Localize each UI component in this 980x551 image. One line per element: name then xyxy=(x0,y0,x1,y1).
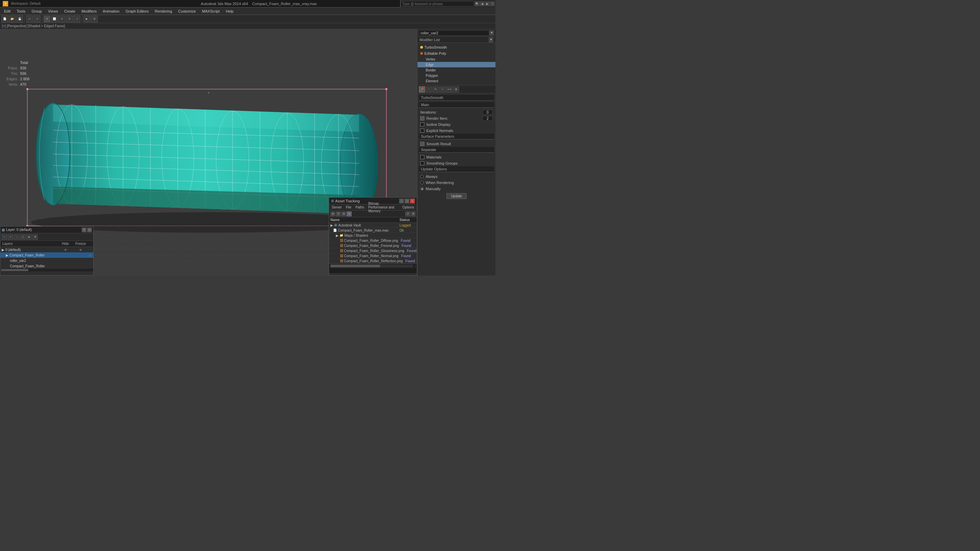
asset-row-maps[interactable]: ▶📁Maps / Shaders xyxy=(329,233,417,238)
ts-smooth-result-checkbox[interactable]: ✓ xyxy=(420,142,424,146)
mod-icon-grid[interactable]: ⊞ xyxy=(453,86,459,92)
modifier-editable-poly[interactable]: Editable Poly xyxy=(417,50,495,56)
asset-btn-5[interactable]: ↺ xyxy=(405,211,410,216)
toolbar-new[interactable]: 📄 xyxy=(2,16,8,22)
subobj-vertex[interactable]: Vertex xyxy=(417,56,495,62)
search-option-1[interactable]: ◀ xyxy=(480,2,485,6)
asset-menu-bitmap[interactable]: Bitmap Performance and Memory xyxy=(366,205,400,211)
layer-new-btn[interactable]: + xyxy=(2,234,7,240)
layer-row-compact-foam[interactable]: ▶Compact_Foam_Roller □ xyxy=(0,252,93,258)
toolbar-sep-3 xyxy=(82,16,82,22)
subobj-edge[interactable]: Edge xyxy=(417,62,495,67)
search-button[interactable]: 🔍 xyxy=(475,2,479,6)
layer-select-btn[interactable]: ◻ xyxy=(20,234,25,240)
toolbar-rotate[interactable]: ↻ xyxy=(66,16,73,22)
modifier-turbosmooth[interactable]: TurboSmooth xyxy=(417,44,495,50)
layer-scrollbar[interactable] xyxy=(0,269,93,272)
menu-create[interactable]: Create xyxy=(61,8,78,14)
ts-explicit-normals-checkbox[interactable] xyxy=(420,129,424,133)
subobj-polygon[interactable]: Polygon xyxy=(417,73,495,78)
menu-edit[interactable]: Edit xyxy=(2,8,13,14)
ts-manually-radio[interactable] xyxy=(420,187,424,191)
asset-btn-4[interactable]: ⊞ xyxy=(347,211,352,216)
asset-menu-file[interactable]: File xyxy=(344,205,353,211)
search-input[interactable] xyxy=(401,1,474,6)
ts-main-header: Main xyxy=(419,102,494,108)
asset-min-btn[interactable]: − xyxy=(399,198,404,203)
search-option-2[interactable]: ▶ xyxy=(485,2,490,6)
asset-btn-1[interactable]: ⊞ xyxy=(331,211,335,216)
asset-menu-options[interactable]: Options xyxy=(401,205,416,211)
menu-graph-editors[interactable]: Graph Editors xyxy=(123,8,151,14)
asset-menu-server[interactable]: Server xyxy=(330,205,344,211)
ts-always-radio[interactable] xyxy=(420,175,424,178)
toolbar-select-region[interactable]: ⬜ xyxy=(51,16,58,22)
mod-icon-mirror[interactable]: ⟺ xyxy=(446,86,452,92)
toolbar-render-setup[interactable]: ⚙ xyxy=(91,16,98,22)
asset-icon: ⊞ xyxy=(331,199,334,203)
asset-scroll-thumb[interactable] xyxy=(331,265,380,267)
layer-row-roller-var2[interactable]: roller_var2 xyxy=(0,258,93,263)
modifier-list-dropdown[interactable]: ▼ xyxy=(489,30,494,36)
subobj-element[interactable]: Element xyxy=(417,78,495,84)
toolbar-move[interactable]: ✛ xyxy=(59,16,65,22)
menu-rendering[interactable]: Rendering xyxy=(152,8,175,14)
menu-modifiers[interactable]: Modifiers xyxy=(79,8,99,14)
ts-render-iters-input[interactable] xyxy=(482,116,493,121)
ts-smoothing-groups-checkbox[interactable] xyxy=(420,161,424,165)
layer-close-btn[interactable]: × xyxy=(87,227,92,232)
asset-row-vault[interactable]: ▶🏛Autodesk Vault Logged xyxy=(329,223,417,228)
asset-row-normal[interactable]: 🖼Compact_Foam_Roller_Normal.png Found xyxy=(329,253,417,259)
asset-row-diffuse[interactable]: 🖼Compact_Foam_Roller_Diffuse.png Found xyxy=(329,238,417,243)
menu-maxscript[interactable]: MAXScript xyxy=(199,8,223,14)
layer-add-sel-btn[interactable]: ↓ xyxy=(14,234,19,240)
ts-materials-checkbox[interactable] xyxy=(420,155,424,159)
toolbar-undo[interactable]: ↩ xyxy=(26,16,33,22)
toolbar-save[interactable]: 💾 xyxy=(16,16,23,22)
layer-help-btn[interactable]: ? xyxy=(82,227,86,232)
mod-icon-select[interactable]: ↑ xyxy=(426,86,432,92)
asset-btn-6[interactable]: ⚙ xyxy=(411,211,415,216)
layer-row-compact-foam-2[interactable]: Compact_Foam_Roller xyxy=(0,263,93,269)
asset-close-btn[interactable]: × xyxy=(410,198,415,203)
asset-scroll-right[interactable]: › xyxy=(414,264,417,268)
asset-scroll-track[interactable] xyxy=(331,265,413,267)
layer-settings-btn[interactable]: ⚙ xyxy=(32,234,38,240)
subobj-border[interactable]: Border xyxy=(417,67,495,73)
asset-row-glossiness[interactable]: 🖼Compact_Foam_Roller_Glossiness.png Foun… xyxy=(329,248,417,253)
asset-scrollbar[interactable]: › xyxy=(329,264,417,268)
toolbar-render[interactable]: ▶ xyxy=(83,16,90,22)
asset-row-reflection[interactable]: 🖼Compact_Foam_Roller_Reflection.png Foun… xyxy=(329,259,417,264)
toolbar-redo[interactable]: ↪ xyxy=(34,16,40,22)
asset-btn-3[interactable]: ⊟ xyxy=(341,211,346,216)
menu-group[interactable]: Group xyxy=(29,8,45,14)
ts-isoline-checkbox[interactable] xyxy=(420,122,424,127)
mod-icon-pin[interactable]: 📌 xyxy=(419,86,425,92)
mod-icon-rotate[interactable]: ↻ xyxy=(433,86,439,92)
ts-update-button[interactable]: Update xyxy=(447,193,466,199)
mod-icon-scale[interactable]: ⤡ xyxy=(439,86,445,92)
search-option-3[interactable]: ? xyxy=(490,2,495,6)
menu-views[interactable]: Views xyxy=(45,8,60,14)
toolbar-open[interactable]: 📂 xyxy=(9,16,16,22)
modifier-list-btn[interactable]: ▼ xyxy=(488,37,493,43)
ts-when-rendering-radio[interactable] xyxy=(420,181,424,184)
menu-customize[interactable]: Customize xyxy=(176,8,199,14)
menu-animation[interactable]: Animation xyxy=(100,8,122,14)
ts-render-iters-checkbox[interactable]: ✓ xyxy=(420,116,424,121)
layer-row-default[interactable]: ▶0 (default) 👁 ❄ xyxy=(0,247,93,252)
toolbar-select[interactable]: ✦ xyxy=(43,16,50,22)
object-name-input[interactable] xyxy=(419,30,489,36)
asset-menu-paths[interactable]: Paths xyxy=(353,205,366,211)
ts-iterations-input[interactable] xyxy=(482,110,493,114)
asset-btn-2[interactable]: ☰ xyxy=(336,211,340,216)
layer-highlight-btn[interactable]: ◈ xyxy=(26,234,32,240)
menu-tools[interactable]: Tools xyxy=(14,8,28,14)
asset-max-btn[interactable]: □ xyxy=(404,198,409,203)
menu-help[interactable]: Help xyxy=(223,8,237,14)
asset-row-fresnel[interactable]: 🖼Compact_Foam_Roller_Fresnel.png Found xyxy=(329,243,417,248)
layer-scroll-thumb[interactable] xyxy=(1,269,28,271)
toolbar-scale[interactable]: ⤢ xyxy=(73,16,80,22)
layer-delete-btn[interactable]: × xyxy=(8,234,13,240)
asset-row-max-file[interactable]: 📄Compact_Foam_Roller_max.max Ok xyxy=(329,228,417,233)
